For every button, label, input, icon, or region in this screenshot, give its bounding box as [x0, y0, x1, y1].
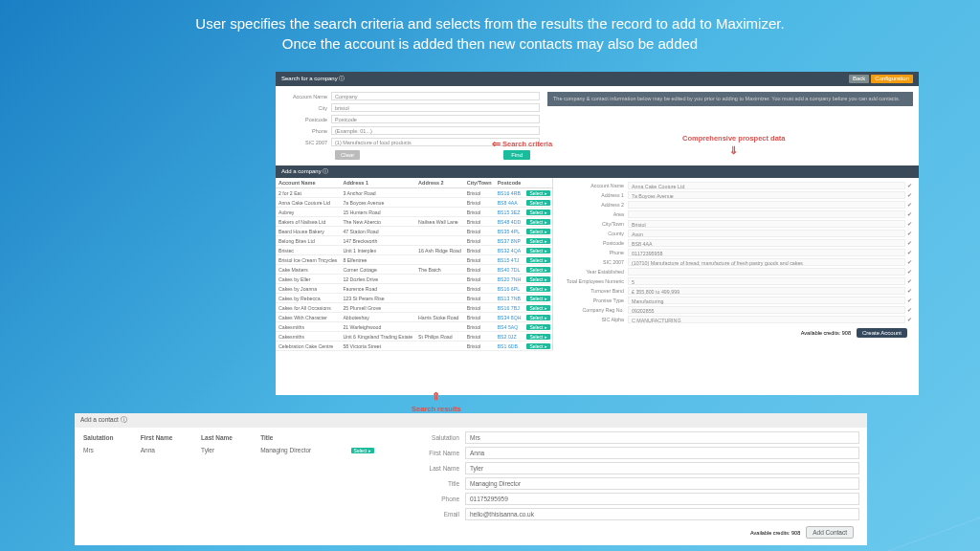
col-header [523, 178, 552, 188]
select-button[interactable]: Select ▸ [526, 276, 549, 282]
annotation-search: Search criteria [492, 138, 552, 150]
contact-input[interactable]: hello@thisisanna.co.uk [465, 508, 859, 520]
table-row[interactable]: Cakes for All Occasions25 Plumell GroveB… [276, 303, 553, 313]
check-icon[interactable]: ✔ [905, 278, 913, 284]
select-button[interactable]: Select ▸ [526, 200, 549, 206]
detail-value[interactable]: 7a Boyces Avenue [628, 191, 905, 199]
check-icon[interactable]: ✔ [905, 269, 913, 275]
table-row[interactable]: MrsAnnaTylerManaging DirectorSelect ▸ [80, 444, 394, 456]
check-icon[interactable]: ✔ [905, 298, 913, 303]
table-row[interactable]: Cakes by JoannaFaurence RoadBristolBS16 … [276, 284, 553, 294]
table-row[interactable]: 2 for 2 Eat3 Anchor RoadBristolBS16 4RBS… [276, 188, 553, 198]
annotation-data: Comprehensive prospect data [682, 134, 786, 157]
field-label: First Name [408, 450, 465, 456]
check-icon[interactable]: ✔ [905, 317, 913, 322]
select-button[interactable]: Select ▸ [526, 219, 549, 225]
contact-table: SalutationFirst NameLast NameTitleMrsAnn… [75, 431, 400, 541]
back-button[interactable]: Back [849, 75, 869, 83]
select-button[interactable]: Select ▸ [526, 229, 549, 234]
config-button[interactable]: Configuration [871, 75, 913, 83]
table-row[interactable]: Anna Cake Couture Ltd7a Boyces AvenueBri… [276, 198, 553, 208]
contact-input[interactable]: Mrs [465, 431, 859, 444]
table-row[interactable]: Bristol Ice Cream Tricycles8 ElfentreeBr… [276, 255, 553, 265]
select-button[interactable]: Select ▸ [526, 267, 549, 273]
table-row[interactable]: CakesmithsUnit 6 Kingsland Trading Estat… [276, 332, 553, 342]
check-icon[interactable]: ✔ [905, 250, 913, 255]
col-header: City/Town [464, 178, 495, 188]
search-input[interactable]: bristol [331, 103, 540, 112]
table-row[interactable]: Cakes by Eller12 Dozles DriveBristolBS20… [276, 275, 553, 284]
detail-value[interactable]: Bristol [628, 220, 905, 228]
detail-label: County [559, 231, 628, 236]
table-row[interactable]: Belong Bites Ltd147 BreckworthBristolBS3… [276, 236, 553, 246]
select-button[interactable]: Select ▸ [526, 343, 549, 349]
contact-form: SalutationMrsFirst NameAnnaLast NameTyle… [400, 431, 867, 541]
select-button[interactable]: Select ▸ [526, 190, 549, 196]
select-button[interactable]: Select ▸ [526, 324, 549, 330]
detail-label: Account Name [559, 183, 628, 188]
contact-input[interactable]: Anna [465, 447, 859, 459]
select-button[interactable]: Select ▸ [526, 334, 549, 340]
create-account-button[interactable]: Create Account [857, 328, 907, 338]
table-row[interactable]: Celebration Cake Centre58 Victoria Stree… [276, 342, 553, 351]
detail-value[interactable]: 09202855 [628, 306, 905, 314]
detail-value[interactable]: £ 355,800 to 499,999 [628, 287, 905, 295]
detail-value[interactable]: (10710) Manufacture of bread; manufactur… [628, 258, 905, 266]
check-icon[interactable]: ✔ [905, 259, 913, 265]
check-icon[interactable]: ✔ [905, 192, 913, 198]
check-icon[interactable]: ✔ [905, 183, 913, 188]
table-row[interactable]: Bakers of Nailsea LtdThe New AbercioNail… [276, 217, 553, 227]
detail-value[interactable]: Avon [628, 230, 905, 237]
check-icon[interactable]: ✔ [905, 307, 913, 313]
detail-label: SIC 2007 [559, 259, 628, 265]
check-icon[interactable]: ✔ [905, 288, 913, 294]
check-icon[interactable]: ✔ [905, 202, 913, 208]
detail-value[interactable]: 01172395958 [628, 249, 905, 256]
table-row[interactable]: Cakes With CharacterAbboteshayHarris Sto… [276, 313, 553, 322]
select-button[interactable]: Select ▸ [526, 248, 549, 253]
contact-input[interactable]: 01175295959 [465, 493, 859, 505]
select-button[interactable]: Select ▸ [526, 238, 549, 244]
detail-value[interactable]: C MANUFACTURING [628, 316, 905, 323]
detail-value[interactable] [628, 210, 905, 218]
detail-value[interactable]: Anna Cake Couture Ltd [628, 182, 905, 189]
detail-value[interactable]: 5 [628, 277, 905, 285]
select-button[interactable]: Select ▸ [526, 209, 549, 215]
detail-label: Address 1 [559, 192, 628, 198]
select-button[interactable]: Select ▸ [526, 305, 549, 311]
select-button[interactable]: Select ▸ [526, 286, 549, 292]
select-button[interactable]: Select ▸ [351, 448, 374, 453]
search-input[interactable]: Company [331, 92, 540, 100]
table-row[interactable]: Cake MattersCorner CottageThe BatchBrist… [276, 265, 553, 275]
contact-input[interactable]: Tyler [465, 462, 859, 474]
field-label: Postcode [281, 117, 331, 122]
slide-title: User specifies the search criteria and s… [0, 0, 980, 54]
search-input[interactable]: Postcode [331, 115, 540, 123]
detail-value[interactable] [628, 268, 905, 276]
add-contact-button[interactable]: Add Contact [806, 526, 854, 539]
check-icon[interactable]: ✔ [905, 240, 913, 246]
table-row[interactable]: Aubrey15 Hunters RoadBristolBS15 3EZSele… [276, 208, 553, 217]
detail-label: Area [559, 211, 628, 217]
detail-label: Phone [559, 250, 628, 255]
find-button[interactable]: Find [503, 150, 530, 160]
table-row[interactable]: BristecUnit 1 Interplex16 Ash Ridge Road… [276, 246, 553, 255]
col-header: Title [257, 431, 347, 444]
select-button[interactable]: Select ▸ [526, 257, 549, 263]
search-input[interactable]: (Example: 01...) [331, 126, 540, 135]
check-icon[interactable]: ✔ [905, 231, 913, 236]
check-icon[interactable]: ✔ [905, 221, 913, 227]
table-row[interactable]: Cakes by Rebecca123 St Peters RiseBristo… [276, 294, 553, 303]
table-row[interactable]: Cakesmiths21 WarleighwoodBristolBS4 5AQS… [276, 322, 553, 332]
annotation-results: Search results [412, 390, 461, 413]
detail-value[interactable] [628, 201, 905, 209]
check-icon[interactable]: ✔ [905, 211, 913, 217]
detail-value[interactable]: Manufacturing [628, 297, 905, 304]
detail-value[interactable]: BS8 4AA [628, 239, 905, 247]
select-button[interactable]: Select ▸ [526, 296, 549, 301]
detail-label: Promise Type [559, 298, 628, 303]
clear-button[interactable]: Clear [335, 150, 360, 160]
select-button[interactable]: Select ▸ [526, 315, 549, 320]
table-row[interactable]: Beard House Bakery47 Station RoadBristol… [276, 227, 553, 236]
contact-input[interactable]: Managing Director [465, 477, 859, 490]
